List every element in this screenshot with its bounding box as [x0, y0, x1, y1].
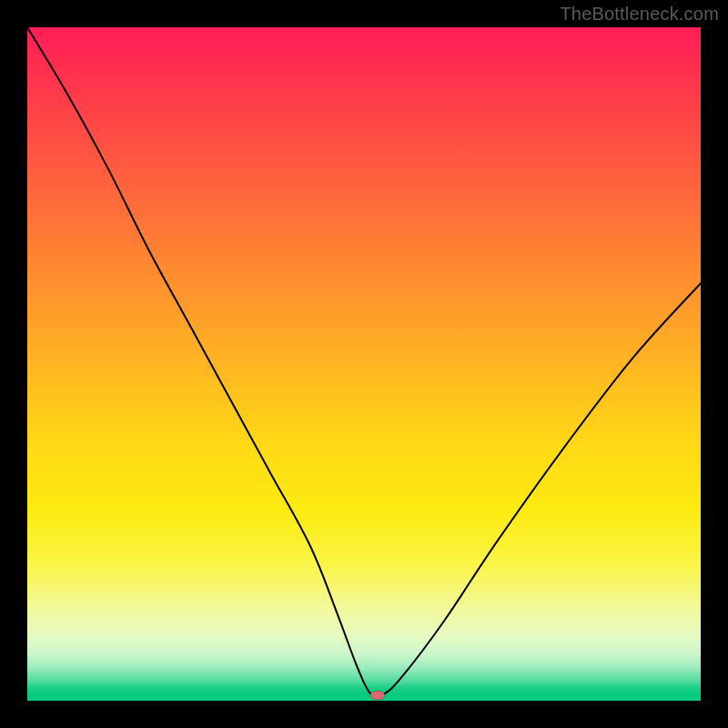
minimum-marker — [27, 27, 701, 701]
watermark-text: TheBottleneck.com — [560, 4, 719, 25]
chart-stage: TheBottleneck.com — [0, 0, 728, 728]
plot-area — [27, 27, 701, 701]
svg-point-0 — [370, 691, 385, 700]
